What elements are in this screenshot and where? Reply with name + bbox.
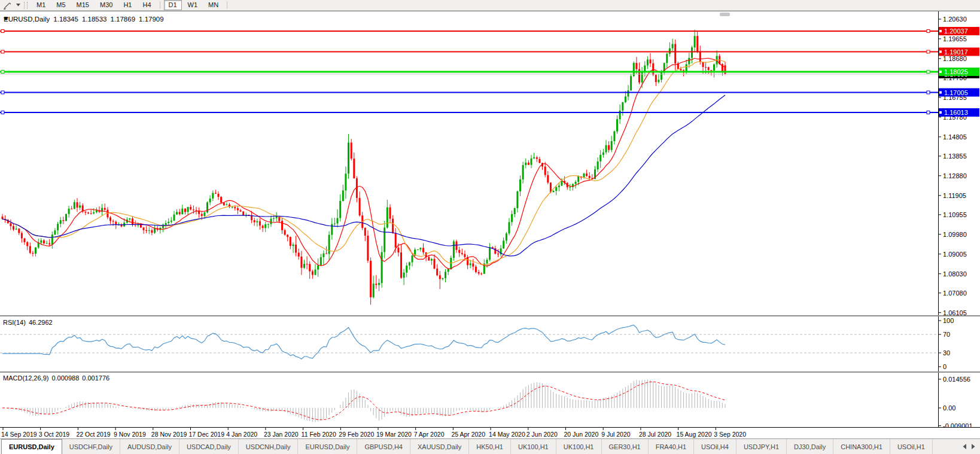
price-axis[interactable]: 1.206301.196551.186801.177301.167551.157… xyxy=(938,16,967,315)
date-tick-label: 23 Jan 2020 xyxy=(264,431,299,438)
svg-text:1.19655: 1.19655 xyxy=(943,35,967,42)
toolbar-dropdown-caret-icon[interactable] xyxy=(15,1,22,10)
date-tick-label: 7 Apr 2020 xyxy=(414,431,445,438)
tab-xauusd-daily[interactable]: XAUUSD,Daily xyxy=(410,439,469,454)
chart-symbol-label: EURUSD,Daily xyxy=(4,16,50,23)
svg-text:1.20630: 1.20630 xyxy=(943,16,967,23)
timeframe-m1-button[interactable]: M1 xyxy=(32,0,50,10)
timeframe-h4-button[interactable]: H4 xyxy=(138,0,156,10)
svg-text:30: 30 xyxy=(943,349,950,357)
svg-text:1.13855: 1.13855 xyxy=(943,153,967,160)
date-tick-label: 14 May 2020 xyxy=(489,431,525,438)
date-tick-label: 3 Sep 2020 xyxy=(714,431,746,438)
draw-tools-icon[interactable] xyxy=(2,1,13,10)
level-handle[interactable] xyxy=(927,30,930,33)
timeframe-toolbar: M1M5M15M30H1H4D1W1MN xyxy=(0,0,980,11)
tab-uk100-h1[interactable]: UK100,H1 xyxy=(556,439,602,454)
tab-usdcnh-daily[interactable]: USDCNH,Daily xyxy=(239,439,299,454)
rsi-panel-chart[interactable]: 10070300 xyxy=(0,316,980,371)
timeframe-d1-button[interactable]: D1 xyxy=(164,0,182,10)
rsi-name: RSI(14) xyxy=(3,319,26,326)
date-tick-label: 28 Nov 2019 xyxy=(151,431,187,438)
toolbar-separator xyxy=(227,1,227,9)
ohlc-low-value: 1.17869 xyxy=(110,16,135,23)
tab-audusd-daily[interactable]: AUDUSD,Daily xyxy=(120,439,179,454)
tab-china300-h1[interactable]: CHINA300,H1 xyxy=(833,439,890,454)
horizontal-level-lines xyxy=(0,30,938,114)
tab-eurusd-daily[interactable]: EURUSD,Daily xyxy=(1,439,62,454)
symbol-marker-icon xyxy=(4,17,8,21)
tab-usoil-h1[interactable]: USOil,H1 xyxy=(890,439,933,454)
macd-indicator-label: MACD(12,26,9)0.0009880.001776 xyxy=(3,374,112,382)
ma-line-fast xyxy=(2,58,725,269)
svg-text:1.08030: 1.08030 xyxy=(943,270,967,278)
chart-hscroll-thumb[interactable] xyxy=(720,13,730,16)
timeframe-m15-button[interactable]: M15 xyxy=(72,0,94,10)
date-tick-label: 29 Feb 2020 xyxy=(339,431,374,438)
timeframe-m30-button[interactable]: M30 xyxy=(95,0,117,10)
tab-dj30-daily[interactable]: DJ30,Daily xyxy=(787,439,833,454)
tab-usdjpy-h1[interactable]: USDJPY,H1 xyxy=(736,439,787,454)
date-tick-label: 25 Apr 2020 xyxy=(451,431,485,438)
macd-signal-line xyxy=(2,382,725,420)
toolbar-grip-handle[interactable] xyxy=(24,2,28,9)
chart-tab-bar: EURUSD,DailyUSDCHF,DailyAUDUSD,DailyUSDC… xyxy=(0,438,980,454)
svg-text:1.06105: 1.06105 xyxy=(943,309,967,315)
ma-line-medium xyxy=(2,60,725,264)
date-tick-label: 14 Sep 2019 xyxy=(1,431,37,438)
tab-ger30-h1[interactable]: GER30,H1 xyxy=(602,439,649,454)
svg-text:1.20037: 1.20037 xyxy=(944,28,968,35)
svg-text:70: 70 xyxy=(943,331,950,338)
level-handle[interactable] xyxy=(927,71,930,74)
tab-scroll-arrows xyxy=(958,439,979,454)
tab-gbpusd-h4[interactable]: GBPUSD,H4 xyxy=(357,439,410,454)
timeframe-buttons: M1M5M15M30H1H4D1W1MN xyxy=(31,0,230,10)
tab-uk100-h1[interactable]: UK100,H1 xyxy=(511,439,556,454)
ohlc-high-value: 1.18533 xyxy=(82,16,107,23)
level-handle[interactable] xyxy=(1,91,4,94)
macd-histogram xyxy=(2,379,725,422)
level-handle[interactable] xyxy=(927,91,930,94)
svg-text:1.18680: 1.18680 xyxy=(943,55,967,62)
level-handle[interactable] xyxy=(927,50,930,53)
svg-text:1.09005: 1.09005 xyxy=(943,251,967,258)
date-axis[interactable]: 14 Sep 20193 Oct 201922 Oct 20199 Nov 20… xyxy=(0,427,980,440)
date-tick-label: 22 Oct 2019 xyxy=(76,431,110,438)
date-tick-label: 3 Oct 2019 xyxy=(39,431,70,438)
date-tick-label: 9 Jul 2020 xyxy=(601,431,631,438)
tab-usdchf-daily[interactable]: USDCHF,Daily xyxy=(62,439,120,454)
timeframe-h1-button[interactable]: H1 xyxy=(118,0,136,10)
timeframe-mn-button[interactable]: MN xyxy=(203,0,223,10)
date-tick-label: 19 Mar 2020 xyxy=(376,431,412,438)
timeframe-m5-button[interactable]: M5 xyxy=(51,0,70,10)
level-handle[interactable] xyxy=(1,111,4,114)
date-tick-label: 2 Jun 2020 xyxy=(526,431,558,438)
main-price-chart[interactable]: 1.206301.196551.186801.177301.167551.157… xyxy=(0,11,980,315)
level-handle[interactable] xyxy=(1,30,4,33)
tab-eurusd-daily[interactable]: EURUSD,Daily xyxy=(298,439,357,454)
tab-scroll-right-button[interactable] xyxy=(970,442,977,452)
ohlc-open-value: 1.18345 xyxy=(53,16,78,23)
svg-text:1.18025: 1.18025 xyxy=(944,68,968,75)
svg-text:1.09980: 1.09980 xyxy=(943,231,967,238)
rsi-line xyxy=(2,325,725,359)
tab-usdcad-daily[interactable]: USDCAD,Daily xyxy=(179,439,239,454)
tab-hk50-h1[interactable]: HK50,H1 xyxy=(469,439,511,454)
macd-panel-chart[interactable]: 0.0145560.00-0.009001 xyxy=(0,373,980,427)
date-tick-label: 11 Feb 2020 xyxy=(302,431,336,438)
svg-text:1.12880: 1.12880 xyxy=(943,172,967,179)
macd-signal-value: 0.001776 xyxy=(82,374,109,382)
svg-text:1.14805: 1.14805 xyxy=(943,133,967,141)
tab-usoil-h4[interactable]: USOil,H4 xyxy=(694,439,736,454)
tab-scroll-left-button[interactable] xyxy=(961,442,968,452)
chart-ohlc-header: EURUSD,Daily 1.18345 1.18533 1.17869 1.1… xyxy=(4,16,168,23)
level-handle[interactable] xyxy=(927,111,930,114)
timeframe-w1-button[interactable]: W1 xyxy=(183,0,203,10)
level-handle[interactable] xyxy=(1,50,4,53)
tab-fra40-h1[interactable]: FRA40,H1 xyxy=(649,439,694,454)
level-handle[interactable] xyxy=(1,71,4,74)
svg-text:0.014556: 0.014556 xyxy=(943,376,970,383)
date-tick-label: 9 Nov 2019 xyxy=(114,431,146,438)
svg-text:-0.009001: -0.009001 xyxy=(943,422,973,427)
svg-text:0.00: 0.00 xyxy=(943,404,955,412)
